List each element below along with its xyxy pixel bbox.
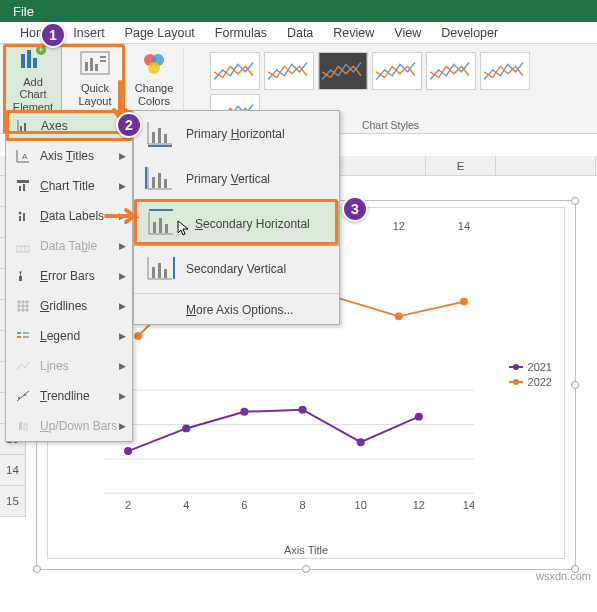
chart-style-preview[interactable]	[372, 52, 422, 90]
menu-item-label: Chart Title	[40, 179, 95, 193]
menu-item-more-axis-options[interactable]: More Axis Options...	[134, 296, 339, 324]
svg-rect-9	[100, 56, 106, 58]
chart-legend[interactable]: .legend div:nth-child(1) .swatch::after{…	[509, 358, 552, 391]
chart-style-preview[interactable]	[318, 52, 368, 90]
menu-item-axis-titles[interactable]: A Axis Titles ▶	[6, 141, 132, 171]
row-header[interactable]: 15	[0, 486, 26, 517]
tab-formulas[interactable]: Formulas	[205, 22, 277, 43]
svg-rect-19	[19, 186, 21, 191]
menu-item-label: Legend	[40, 329, 80, 343]
svg-rect-53	[164, 269, 167, 278]
menu-item-label: Secondary Vertical	[186, 262, 286, 276]
svg-point-83	[182, 425, 190, 433]
svg-rect-43	[152, 177, 155, 188]
svg-rect-16	[24, 123, 26, 131]
column-header-e[interactable]: E	[426, 156, 496, 175]
svg-point-80	[395, 312, 403, 320]
svg-rect-49	[165, 224, 168, 233]
data-labels-icon	[12, 208, 34, 224]
menu-item-label: Secondary Horizontal	[195, 217, 310, 231]
menu-item-secondary-vertical[interactable]: Secondary Vertical	[134, 246, 339, 291]
menu-item-primary-horizontal[interactable]: Primary Horizontal	[134, 111, 339, 156]
svg-rect-7	[90, 58, 93, 71]
svg-text:8: 8	[299, 499, 305, 511]
menu-item-label: Trendline	[40, 389, 90, 403]
cursor-icon	[177, 220, 191, 241]
svg-rect-38	[24, 424, 27, 430]
svg-rect-40	[158, 128, 161, 143]
menu-item-axes[interactable]: Axes ▶	[6, 111, 132, 141]
annotation-marker-2: 2	[116, 112, 142, 138]
svg-rect-24	[17, 246, 29, 252]
menu-item-label: Up/Down Bars	[40, 419, 117, 433]
menu-item-trendline[interactable]: Trendline ▶	[6, 381, 132, 411]
legend-label: 2021	[528, 361, 552, 373]
data-table-icon	[12, 238, 34, 254]
tab-data[interactable]: Data	[277, 22, 323, 43]
chart-style-preview[interactable]	[210, 52, 260, 90]
menu-item-label: Gridlines	[40, 299, 87, 313]
menu-item-chart-title[interactable]: Chart Title ▶	[6, 171, 132, 201]
menu-item-label: Axis Titles	[40, 149, 94, 163]
tab-insert[interactable]: Insert	[63, 22, 114, 43]
axes-submenu: Primary Horizontal Primary Vertical Seco…	[133, 110, 340, 325]
row-header[interactable]: 14	[0, 455, 26, 486]
svg-rect-39	[152, 132, 155, 143]
secondary-vertical-icon	[140, 253, 180, 285]
tab-review[interactable]: Review	[323, 22, 384, 43]
change-colors-button[interactable]: Change Colors▾	[129, 46, 179, 118]
submenu-arrow-icon: ▶	[119, 361, 126, 371]
chart-style-preview[interactable]	[264, 52, 314, 90]
add-chart-element-menu: Axes ▶ A Axis Titles ▶ Chart Title ▶ Dat…	[5, 110, 133, 442]
tab-page-layout[interactable]: Page Layout	[115, 22, 205, 43]
menu-item-primary-vertical[interactable]: Primary Vertical	[134, 156, 339, 201]
quick-layout-label: Quick Layout	[78, 82, 111, 106]
menu-item-label: Primary Vertical	[186, 172, 270, 186]
quick-layout-button[interactable]: Quick Layout▾	[70, 46, 120, 118]
chart-style-preview[interactable]	[480, 52, 530, 90]
svg-text:10: 10	[355, 499, 367, 511]
svg-point-86	[357, 438, 365, 446]
submenu-arrow-icon: ▶	[119, 421, 126, 431]
add-chart-element-button[interactable]: + Add Chart Element▾	[4, 46, 62, 118]
menu-item-legend[interactable]: Legend ▶	[6, 321, 132, 351]
menu-item-updown-bars: Up/Down Bars ▶	[6, 411, 132, 441]
trendline-icon	[12, 388, 34, 404]
axis-title-horizontal[interactable]: Axis Title	[284, 544, 328, 556]
menu-item-gridlines[interactable]: Gridlines ▶	[6, 291, 132, 321]
file-tab[interactable]: File	[0, 4, 47, 19]
svg-point-35	[18, 397, 20, 399]
menu-item-data-table: Data Table ▶	[6, 231, 132, 261]
svg-rect-1	[27, 50, 31, 68]
svg-text:4: 4	[183, 499, 189, 511]
quick-layout-icon	[79, 48, 111, 80]
svg-rect-44	[158, 173, 161, 188]
menu-item-label: Error Bars	[40, 269, 95, 283]
tab-developer[interactable]: Developer	[431, 22, 508, 43]
chart-style-preview[interactable]	[426, 52, 476, 90]
svg-rect-10	[100, 60, 106, 62]
menu-item-label: Data Table	[40, 239, 97, 253]
svg-text:12: 12	[393, 220, 405, 232]
svg-text:2: 2	[125, 499, 131, 511]
legend-label: 2022	[528, 376, 552, 388]
tab-view[interactable]: View	[384, 22, 431, 43]
menu-item-secondary-horizontal[interactable]: Secondary Horizontal	[134, 201, 339, 246]
svg-point-84	[240, 408, 248, 416]
svg-text:6: 6	[241, 499, 247, 511]
svg-rect-0	[21, 54, 25, 68]
menu-item-data-labels[interactable]: Data Labels ▶	[6, 201, 132, 231]
menu-item-label: Data Labels	[40, 209, 104, 223]
svg-rect-15	[20, 126, 22, 131]
svg-rect-2	[33, 58, 37, 68]
menu-item-error-bars[interactable]: Error Bars ▶	[6, 261, 132, 291]
legend-swatch: .legend div:nth-child(1) .swatch::after{…	[509, 366, 523, 368]
column-header[interactable]	[496, 156, 596, 175]
annotation-marker-1: 1	[40, 22, 66, 48]
svg-line-34	[17, 391, 29, 401]
ribbon-tabs: Home Insert Page Layout Formulas Data Re…	[0, 22, 597, 44]
menu-item-label: Axes	[41, 119, 68, 133]
svg-point-85	[299, 406, 307, 414]
svg-text:12: 12	[413, 499, 425, 511]
menu-item-label: More Axis Options...	[186, 303, 293, 317]
